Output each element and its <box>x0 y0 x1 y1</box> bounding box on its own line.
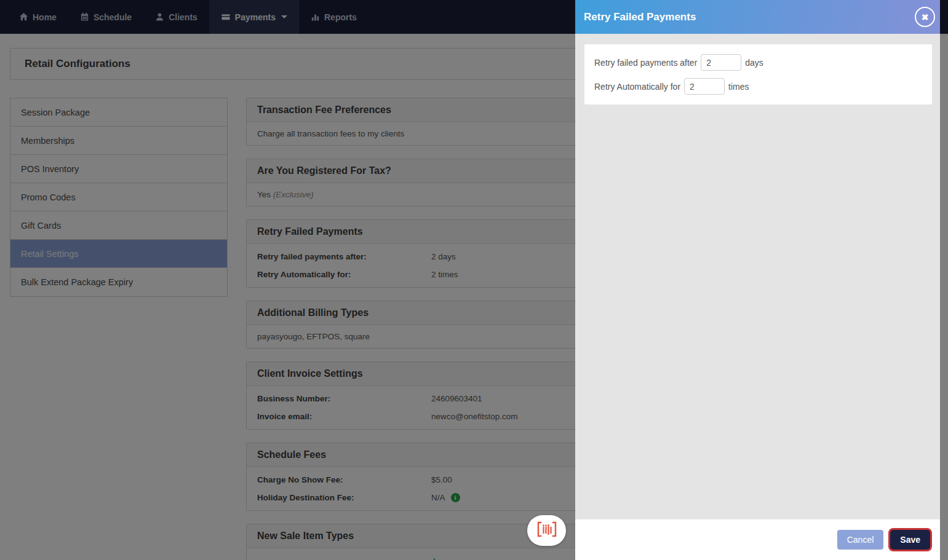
retry-times-input[interactable] <box>684 78 725 95</box>
modal-form-card: Retry failed payments after days Retry A… <box>584 44 932 105</box>
retry-after-label: Retry failed payments after <box>594 58 697 68</box>
retry-times-suffix: times <box>728 82 749 92</box>
barcode-scan-icon <box>536 521 558 540</box>
retry-after-days-input[interactable] <box>701 54 741 71</box>
modal-body: Retry failed payments after days Retry A… <box>575 34 940 519</box>
modal-footer: Cancel Save <box>575 519 940 560</box>
retry-after-suffix: days <box>745 58 763 68</box>
retry-after-field-row: Retry failed payments after days <box>594 54 922 71</box>
retry-failed-payments-modal: Retry Failed Payments ✖ Retry failed pay… <box>575 0 940 560</box>
retry-times-label: Retry Automatically for <box>594 82 680 92</box>
cancel-button[interactable]: Cancel <box>837 530 884 550</box>
close-icon[interactable]: ✖ <box>915 7 935 27</box>
modal-title: Retry Failed Payments <box>584 11 696 23</box>
retry-times-field-row: Retry Automatically for times <box>594 78 922 95</box>
save-button[interactable]: Save <box>890 530 930 550</box>
barcode-scan-button[interactable] <box>527 515 566 546</box>
modal-header: Retry Failed Payments ✖ <box>575 0 940 34</box>
